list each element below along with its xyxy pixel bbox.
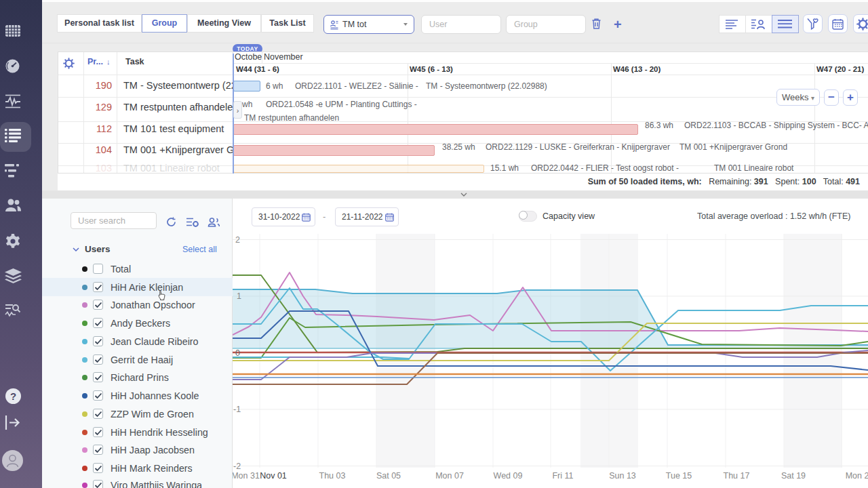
svg-text:Tue 15: Tue 15: [666, 471, 692, 481]
svg-text:Thu 03: Thu 03: [319, 471, 346, 481]
svg-text:-1: -1: [233, 405, 241, 414]
svg-text:Sat 19: Sat 19: [781, 471, 806, 481]
svg-text:Mon 31: Mon 31: [233, 471, 260, 481]
svg-text:Nov 01: Nov 01: [260, 471, 287, 481]
svg-text:0: 0: [235, 348, 240, 358]
svg-text:Sat 05: Sat 05: [376, 471, 401, 481]
svg-text:-2: -2: [233, 462, 241, 471]
svg-text:Wed 09: Wed 09: [494, 471, 523, 481]
svg-text:?: ?: [10, 390, 16, 402]
svg-text:Fri 11: Fri 11: [552, 471, 573, 481]
svg-text:2: 2: [235, 235, 240, 245]
svg-text:Sun 13: Sun 13: [609, 471, 636, 481]
svg-text:Mon 2: Mon 2: [846, 471, 868, 481]
svg-text:Mon 07: Mon 07: [435, 471, 464, 481]
svg-text:1: 1: [237, 291, 241, 301]
svg-text:Thu 17: Thu 17: [724, 471, 750, 481]
